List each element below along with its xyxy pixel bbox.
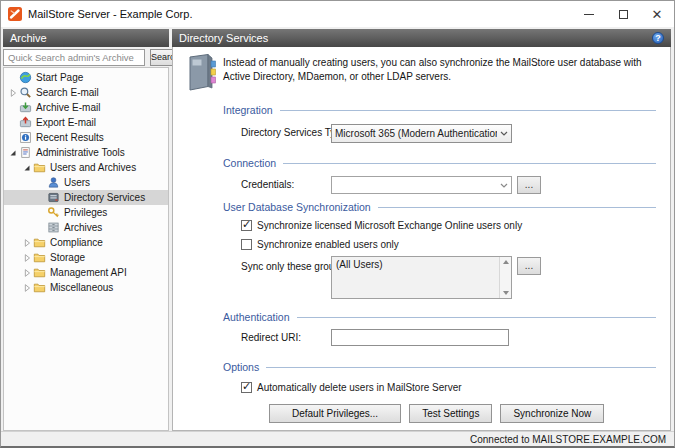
sidebar: Archive Search Start PageSearch E-mailAr…	[3, 29, 169, 431]
app-body: Archive Search Start PageSearch E-mailAr…	[1, 27, 674, 431]
directory-services-type-select[interactable]: Microsoft 365 (Modern Authentication)	[331, 124, 512, 143]
sidebar-item-search-e-mail[interactable]: Search E-mail	[4, 85, 168, 100]
directory-services-icon	[47, 191, 60, 204]
privileges-icon	[47, 206, 60, 219]
recent-results-icon	[19, 131, 32, 144]
test-settings-button[interactable]: Test Settings	[409, 404, 492, 423]
sidebar-item-directory-services[interactable]: Directory Services	[4, 190, 168, 205]
form-buttons: Default Privileges... Test Settings Sync…	[269, 404, 604, 423]
folder-icon	[33, 161, 46, 174]
sync-enabled-checkbox[interactable]	[241, 239, 252, 250]
sync-licensed-checkbox[interactable]	[241, 220, 252, 231]
sidebar-item-compliance[interactable]: Compliance	[4, 235, 168, 250]
sidebar-item-label: Storage	[50, 252, 85, 263]
credentials-select[interactable]	[331, 176, 512, 194]
expander-spacer	[7, 72, 19, 84]
quick-search-input[interactable]	[3, 49, 145, 66]
minimize-button[interactable]	[572, 1, 606, 27]
sidebar-item-privileges[interactable]: Privileges	[4, 205, 168, 220]
sidebar-item-export-e-mail[interactable]: Export E-mail	[4, 115, 168, 130]
sidebar-item-label: Miscellaneous	[50, 282, 113, 293]
sidebar-item-start-page[interactable]: Start Page	[4, 70, 168, 85]
titlebar: MailStore Server - Example Corp. ✕	[1, 1, 674, 27]
statusbar: Connected to MAILSTORE.EXAMPLE.COM	[1, 431, 674, 447]
quick-search-bar: Search	[3, 47, 169, 67]
address-book-icon	[182, 52, 220, 92]
sidebar-item-label: Archives	[64, 222, 102, 233]
expander-spacer	[35, 222, 47, 234]
sidebar-item-label: Export E-mail	[36, 117, 96, 128]
scroll-up-icon[interactable]	[503, 260, 509, 264]
tree-expander-icon[interactable]	[21, 282, 33, 294]
sidebar-item-label: Search E-mail	[36, 87, 99, 98]
minimize-icon	[584, 14, 594, 15]
directory-services-form: Instead of manually creating users, you …	[172, 47, 671, 431]
tree-expander-icon[interactable]	[21, 267, 33, 279]
sidebar-item-label: Directory Services	[64, 192, 145, 203]
maximize-button[interactable]	[606, 1, 640, 27]
close-icon: ✕	[652, 8, 663, 21]
sidebar-item-archives[interactable]: Archives	[4, 220, 168, 235]
sidebar-item-label: Compliance	[50, 237, 103, 248]
sidebar-item-storage[interactable]: Storage	[4, 250, 168, 265]
folder-icon	[33, 236, 46, 249]
expander-spacer	[35, 177, 47, 189]
default-privileges-button[interactable]: Default Privileges...	[269, 404, 401, 423]
tree-expander-icon[interactable]	[21, 162, 33, 174]
section-connection: Connection	[223, 157, 656, 169]
tree-expander-icon[interactable]	[7, 87, 19, 99]
help-icon[interactable]: ?	[652, 32, 664, 44]
sidebar-item-archive-e-mail[interactable]: Archive E-mail	[4, 100, 168, 115]
window-title: MailStore Server - Example Corp.	[28, 8, 192, 20]
tree-expander-icon[interactable]	[21, 252, 33, 264]
scroll-down-icon[interactable]	[503, 291, 509, 295]
sidebar-item-users-and-archives[interactable]: Users and Archives	[4, 160, 168, 175]
sidebar-item-label: Recent Results	[36, 132, 104, 143]
main-panel-title: Directory Services	[179, 32, 268, 44]
credentials-browse-button[interactable]: ...	[517, 176, 541, 194]
sync-licensed-checkbox-row: Synchronize licensed Microsoft Exchange …	[241, 220, 522, 231]
window-controls: ✕	[572, 1, 674, 27]
synchronize-now-button[interactable]: Synchronize Now	[500, 404, 604, 423]
expander-spacer	[7, 102, 19, 114]
expander-spacer	[7, 117, 19, 129]
sidebar-item-label: Archive E-mail	[36, 102, 100, 113]
auto-delete-label: Automatically delete users in MailStore …	[257, 382, 462, 393]
tree-expander-icon[interactable]	[21, 237, 33, 249]
search-email-icon	[19, 86, 32, 99]
sync-groups-browse-button[interactable]: ...	[517, 257, 541, 275]
close-button[interactable]: ✕	[640, 1, 674, 27]
admin-tools-icon	[19, 146, 32, 159]
sidebar-item-label: Administrative Tools	[36, 147, 125, 158]
sync-enabled-label: Synchronize enabled users only	[257, 239, 399, 250]
archive-email-icon	[19, 101, 32, 114]
tree-expander-icon[interactable]	[7, 147, 19, 159]
folder-icon	[33, 266, 46, 279]
app-window: MailStore Server - Example Corp. ✕ Archi…	[0, 0, 675, 448]
auto-delete-checkbox-row: Automatically delete users in MailStore …	[241, 382, 462, 393]
sidebar-item-miscellaneous[interactable]: Miscellaneous	[4, 280, 168, 295]
intro-text: Instead of manually creating users, you …	[223, 56, 660, 84]
folder-icon	[33, 251, 46, 264]
sidebar-item-administrative-tools[interactable]: Administrative Tools	[4, 145, 168, 160]
maximize-icon	[619, 10, 628, 19]
sidebar-item-management-api[interactable]: Management API	[4, 265, 168, 280]
mailstore-logo-icon	[8, 7, 22, 21]
redirect-uri-input[interactable]	[331, 329, 509, 346]
sidebar-item-label: Users	[64, 177, 90, 188]
section-options: Options	[223, 361, 656, 373]
sidebar-item-recent-results[interactable]: Recent Results	[4, 130, 168, 145]
listbox-scrollbar[interactable]	[499, 257, 511, 298]
folder-icon	[33, 281, 46, 294]
expander-spacer	[7, 132, 19, 144]
chevron-down-icon	[500, 131, 508, 136]
start-page-icon	[19, 71, 32, 84]
main-panel: Directory Services ? Instead of manual	[172, 29, 671, 431]
sidebar-item-users[interactable]: Users	[4, 175, 168, 190]
export-email-icon	[19, 116, 32, 129]
sync-groups-listbox[interactable]: (All Users)	[331, 256, 512, 299]
navigation-tree: Start PageSearch E-mailArchive E-mailExp…	[3, 67, 169, 431]
archives-icon	[47, 221, 60, 234]
section-authentication: Authentication	[223, 311, 656, 323]
auto-delete-checkbox[interactable]	[241, 382, 252, 393]
